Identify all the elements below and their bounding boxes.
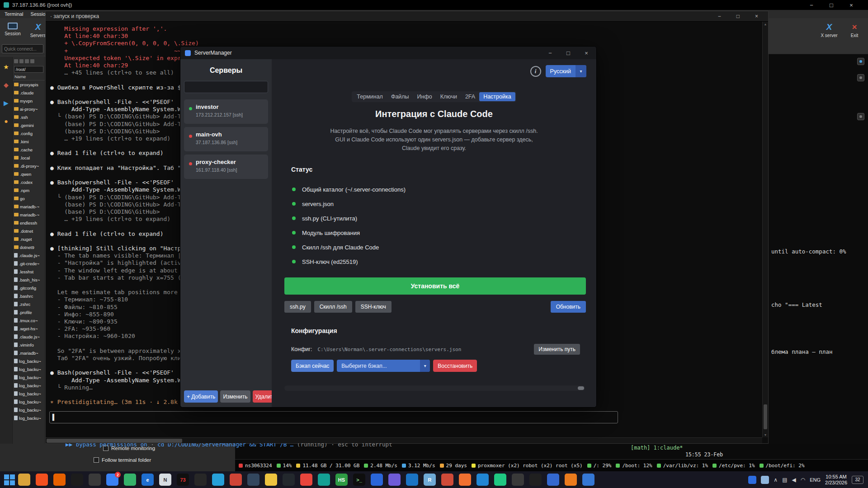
tray-expand-icon[interactable]: ∧ — [774, 477, 778, 483]
tree-item[interactable]: log_backu~ — [13, 373, 45, 381]
telegram-icon[interactable] — [212, 474, 224, 486]
timer-icon[interactable]: 73 — [177, 474, 189, 486]
path-field[interactable]: /root/ — [14, 66, 43, 73]
steam-icon[interactable] — [247, 474, 259, 486]
tool-icon[interactable] — [857, 113, 864, 120]
maximize-button[interactable]: □ — [565, 50, 572, 56]
hs-icon[interactable]: HS — [335, 474, 348, 486]
close-button[interactable]: × — [583, 50, 590, 56]
tree-item[interactable]: .profile — [13, 308, 45, 316]
tree-item[interactable]: log_backu~ — [13, 398, 45, 406]
edit-server-button[interactable]: Изменить — [220, 390, 250, 403]
tree-item[interactable]: .di-proxy~ — [13, 162, 45, 170]
tree-item[interactable]: .local — [13, 154, 45, 162]
tree-item[interactable]: log_backu~ — [13, 357, 45, 365]
terminal-input-box[interactable]: ▌ — [49, 411, 618, 423]
session-button[interactable]: Session — [2, 21, 24, 38]
tree-item[interactable]: .ssh — [13, 113, 45, 121]
rstudio-icon[interactable]: R — [424, 474, 436, 486]
tree-item[interactable]: dotnet9 — [13, 243, 45, 251]
tab[interactable]: Терминал — [353, 92, 387, 101]
file-explorer-icon[interactable] — [18, 474, 30, 486]
start-button[interactable] — [4, 474, 15, 486]
tree-item[interactable]: go — [13, 194, 45, 202]
tree-item[interactable]: proxyapis — [13, 80, 45, 89]
tree-item[interactable]: .viminfo — [13, 341, 45, 349]
add-server-button[interactable]: + Добавить — [184, 390, 218, 403]
network-icon[interactable]: ◠ — [801, 477, 805, 483]
tree-item[interactable]: log_backu~ — [13, 414, 45, 422]
tree-item[interactable]: .claude.js~ — [13, 333, 45, 341]
tree-item[interactable]: .gemini — [13, 121, 45, 129]
x-server-button[interactable]: X X server — [818, 21, 840, 38]
scrollbar-thumb[interactable] — [764, 404, 767, 429]
tree-item[interactable]: .dotnet — [13, 227, 45, 235]
tree-item[interactable]: .claude.js~ — [13, 251, 45, 259]
up-folder-icon[interactable] — [14, 59, 18, 63]
tree-item[interactable]: endlessh — [13, 219, 45, 227]
volume-icon[interactable]: ◀ — [792, 477, 796, 483]
firefox-icon-2[interactable] — [459, 474, 471, 486]
chrome-icon-2[interactable] — [300, 474, 312, 486]
change-path-button[interactable]: Изменить путь — [534, 344, 580, 355]
tree-item[interactable]: .gitconfig — [13, 284, 45, 292]
scroll-down-icon[interactable]: ▼ — [763, 433, 768, 436]
tools-icon[interactable]: ● — [4, 117, 8, 125]
favorites-star-icon[interactable]: ★ — [3, 63, 9, 70]
close-button[interactable]: × — [848, 2, 854, 9]
tab[interactable]: Инфо — [413, 92, 436, 101]
firefox-icon[interactable] — [53, 474, 66, 486]
minimize-button[interactable]: − — [808, 2, 815, 9]
backup-select-dropdown[interactable]: Выберите бэкап... ▾ — [337, 360, 430, 372]
component-button[interactable]: Скилл /ssh — [314, 301, 352, 313]
app-icon-blue-2[interactable] — [547, 474, 559, 486]
tree-item[interactable]: .cache — [13, 145, 45, 154]
send-icon[interactable]: ▶ — [4, 99, 9, 107]
terminal-titlebar[interactable]: · запуск и проверка − □ × — [46, 11, 768, 22]
tree-item[interactable]: log_backu~ — [13, 365, 45, 373]
quick-access-icon[interactable] — [748, 476, 756, 484]
tab[interactable]: Настройка — [479, 92, 515, 101]
clock[interactable]: 10:55 AM 2/23/2026 — [825, 474, 847, 486]
notification-center-button[interactable]: 32 — [852, 476, 863, 484]
info-button[interactable]: i — [530, 66, 541, 77]
vlc-icon[interactable] — [565, 474, 577, 486]
maximize-button[interactable]: □ — [828, 2, 835, 9]
tree-item[interactable]: .lesshst — [13, 267, 45, 276]
brave-icon[interactable] — [36, 474, 48, 486]
tool-icon[interactable] — [857, 74, 864, 81]
scrollbar-thumb[interactable] — [578, 386, 584, 390]
server-manager-titlebar[interactable]: ServerManager − □ × — [180, 47, 596, 59]
checkbox-icon[interactable] — [94, 457, 99, 463]
component-button[interactable]: ssh.py — [284, 301, 311, 313]
scrollbar-thumb[interactable] — [47, 439, 182, 443]
tree-item[interactable]: myvpn — [13, 97, 45, 105]
tab[interactable]: Файлы — [387, 92, 413, 101]
upload-icon[interactable] — [30, 59, 34, 63]
language-dropdown[interactable]: Русский ▾ — [546, 65, 586, 77]
server-list-item[interactable]: main-ovh 37.187.136.86 [ssh] — [184, 127, 268, 151]
scroll-up-icon[interactable]: ▲ — [763, 23, 768, 26]
discord-icon[interactable] — [388, 474, 401, 486]
tree-item[interactable]: log_backu~ — [13, 406, 45, 414]
server-list-item[interactable]: proxy-checker 161.97.118.40 [ssh] — [184, 155, 268, 179]
tree-item[interactable]: .tmux.co~ — [13, 316, 45, 324]
tree-item[interactable]: .codex — [13, 178, 45, 186]
backup-now-button[interactable]: Бэкап сейчас — [291, 360, 334, 372]
menu-item[interactable]: Terminal — [5, 11, 24, 17]
exit-button[interactable]: × Exit — [844, 21, 865, 38]
horizontal-scrollbar[interactable] — [46, 437, 762, 443]
refresh-button[interactable]: Обновить — [551, 301, 586, 313]
onedrive-icon[interactable] — [761, 476, 769, 484]
tor-icon[interactable] — [318, 474, 330, 486]
tree-item[interactable]: log_backu~ — [13, 381, 45, 389]
vertical-scrollbar[interactable]: ▲ ▼ — [762, 22, 768, 437]
terminal-icon[interactable]: >_ — [353, 474, 365, 486]
anydesk-icon[interactable] — [124, 474, 136, 486]
chrome-icon[interactable]: 2 — [106, 474, 118, 486]
app-icon-dark-1[interactable] — [71, 474, 83, 486]
github-icon[interactable] — [283, 474, 295, 486]
server-list-item[interactable]: investor 173.212.212.157 [ssh] — [184, 99, 268, 124]
close-button[interactable]: × — [755, 13, 758, 19]
tree-item[interactable]: .zshrc — [13, 300, 45, 308]
